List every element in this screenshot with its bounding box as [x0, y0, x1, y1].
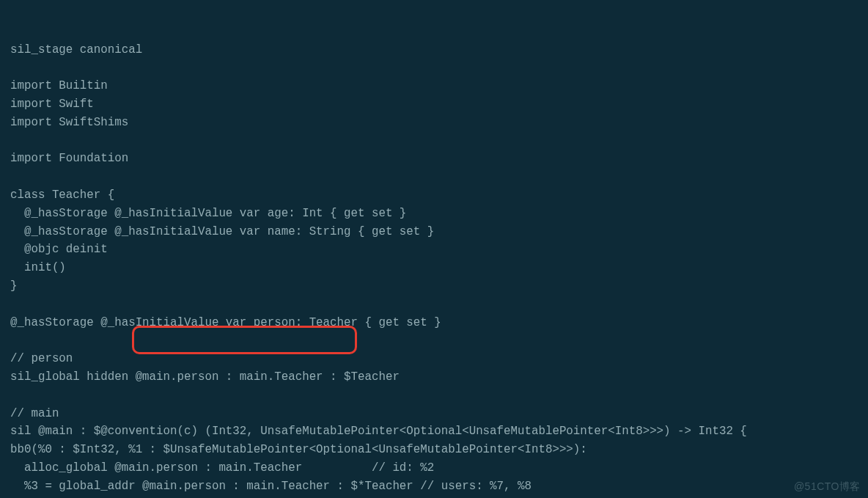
- code-line: @_hasStorage @_hasInitialValue var name:…: [10, 223, 868, 241]
- code-line: [10, 296, 868, 314]
- code-line: import Swift: [10, 95, 868, 114]
- code-lines-container: sil_stage canonicalimport Builtinimport …: [10, 41, 868, 498]
- code-line: // main: [10, 405, 868, 423]
- code-editor: sil_stage canonicalimport Builtinimport …: [0, 0, 868, 498]
- code-line: [10, 387, 868, 405]
- code-line: bb0(%0 : $Int32, %1 : $UnsafeMutablePoin…: [10, 441, 868, 459]
- code-line: @_hasStorage @_hasInitialValue var perso…: [10, 314, 868, 332]
- code-line: sil_stage canonical: [10, 41, 868, 59]
- code-line: sil_global hidden @main.person : main.Te…: [10, 368, 868, 387]
- code-line: // person: [10, 350, 868, 368]
- code-line: alloc_global @main.person : main.Teacher…: [10, 459, 868, 477]
- code-line: [10, 168, 868, 186]
- code-line: import Builtin: [10, 77, 868, 95]
- code-line: sil @main : $@convention(c) (Int32, Unsa…: [10, 422, 868, 441]
- code-line: %4 = metatype $@thick Teacher.Type // us…: [10, 496, 868, 498]
- code-line: [10, 59, 868, 77]
- code-line: class Teacher {: [10, 186, 868, 205]
- code-line: @_hasStorage @_hasInitialValue var age: …: [10, 205, 868, 223]
- watermark-text: @51CTO博客: [794, 480, 861, 494]
- code-line: import SwiftShims: [10, 114, 868, 132]
- code-line: init(): [10, 259, 868, 277]
- code-line: import Foundation: [10, 150, 868, 168]
- code-line: %3 = global_addr @main.person : main.Tea…: [10, 477, 868, 496]
- code-line: [10, 332, 868, 350]
- code-line: [10, 132, 868, 150]
- code-line: @objc deinit: [10, 241, 868, 259]
- code-line: }: [10, 277, 868, 296]
